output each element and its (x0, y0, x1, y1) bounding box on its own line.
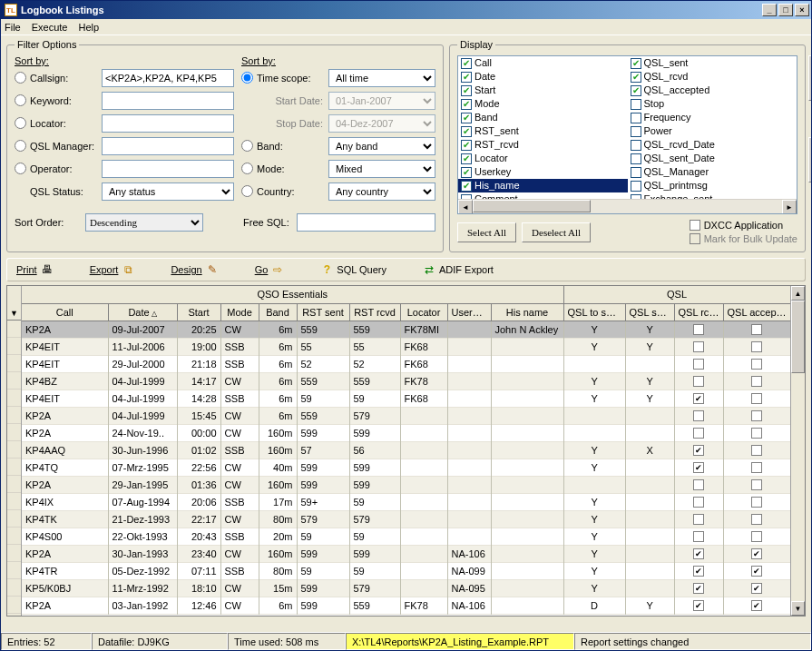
checkbox-icon[interactable]: ✔ (461, 126, 472, 137)
group-header-qsl[interactable]: QSL (563, 286, 790, 303)
checkbox-icon[interactable]: ✔ (461, 85, 472, 96)
display-item-frequency[interactable]: Frequency (628, 111, 797, 124)
checkbox-icon[interactable] (631, 140, 641, 151)
freesql-input[interactable] (297, 213, 435, 232)
col-header-userkey[interactable]: Userkey (447, 303, 491, 321)
col-header-locator[interactable]: Locator (400, 303, 447, 321)
grid-checkbox[interactable] (693, 479, 704, 490)
display-down-icon[interactable]: ▼ (808, 137, 812, 182)
mode-select[interactable]: Mixed (328, 160, 435, 178)
col-header-band[interactable]: Band (259, 303, 297, 321)
qslstatus-select[interactable]: Any status (102, 182, 234, 201)
display-item-qsl_printmsg[interactable]: QSL_printmsg (628, 179, 797, 192)
col-header-call[interactable]: Call (22, 303, 108, 321)
col-header-rst-rcvd[interactable]: RST rcvd (349, 303, 400, 321)
radio-callsign[interactable]: Callsign: (15, 72, 102, 84)
export-button[interactable]: Export (90, 263, 135, 276)
checkbox-icon[interactable]: ✔ (461, 99, 472, 110)
display-item-qsl_sent[interactable]: ✔QSL_sent (628, 56, 797, 70)
qslmanager-input[interactable] (102, 137, 234, 155)
selectall-button[interactable]: Select All (457, 222, 516, 242)
checkbox-icon[interactable]: ✔ (461, 58, 472, 69)
grid-checkbox[interactable] (751, 566, 762, 577)
table-row[interactable]: KP2A29-Jan-199501:36CW160m599599 (22, 476, 790, 493)
band-select[interactable]: Any band (328, 137, 435, 155)
checkbox-icon[interactable] (631, 113, 641, 123)
menu-help[interactable]: Help (78, 22, 99, 33)
radio-timescope[interactable]: Time scope: (241, 72, 328, 84)
radio-qslmanager[interactable]: QSL Manager: (15, 140, 102, 152)
scroll-down-icon[interactable]: ▼ (791, 601, 805, 616)
timescope-select[interactable]: All time (328, 69, 435, 87)
checkbox-icon[interactable]: ✔ (461, 72, 472, 83)
display-item-stop[interactable]: Stop (628, 97, 797, 111)
table-row[interactable]: KP2A04-Jul-199915:45CW6m559579 (22, 407, 790, 424)
table-row[interactable]: KP2A24-Nov-19..00:00CW160m599599 (22, 424, 790, 441)
grid-checkbox[interactable] (751, 548, 762, 559)
grid-checkbox[interactable] (693, 462, 704, 473)
grid-checkbox[interactable] (693, 324, 704, 335)
table-row[interactable]: KP4BZ04-Jul-199914:17CW6m559559FK78YY (22, 372, 790, 390)
col-header-rst-sent[interactable]: RST sent (297, 303, 349, 321)
grid-checkbox[interactable] (751, 583, 762, 594)
col-header-mode[interactable]: Mode (220, 303, 259, 321)
checkbox-icon[interactable] (631, 126, 641, 137)
table-row[interactable]: KP5/K0BJ11-Mrz-199218:10CW15m599579NA-09… (22, 579, 790, 597)
deselectall-button[interactable]: Deselect All (522, 222, 591, 242)
table-row[interactable]: KP4S0022-Okt-199320:43SSB20m5959Y (22, 528, 790, 545)
keyword-input[interactable] (102, 92, 234, 110)
display-item-qsl_rcvd_date[interactable]: QSL_rcvd_Date (628, 138, 797, 152)
grid-corner-menu-icon[interactable]: ▼ (7, 286, 21, 321)
col-header-start[interactable]: Start (177, 303, 220, 321)
sortorder-select[interactable]: Descending (85, 213, 203, 232)
grid-checkbox[interactable] (751, 393, 762, 404)
menu-file[interactable]: File (5, 22, 21, 33)
scroll-left-icon[interactable]: ◄ (458, 200, 473, 214)
table-row[interactable]: KP2A03-Jan-199212:46CW6m599559FK78NA-106… (22, 597, 790, 614)
adifexport-button[interactable]: ADIF Export (423, 263, 494, 276)
grid-checkbox[interactable] (693, 359, 704, 370)
minimize-button[interactable]: _ (762, 4, 777, 16)
close-button[interactable]: × (795, 4, 809, 16)
scroll-right-icon[interactable]: ► (782, 200, 797, 214)
results-grid[interactable]: ▼ QSO Essentials QSL CallDate△StartModeB… (6, 285, 806, 616)
radio-operator[interactable]: Operator: (15, 163, 102, 174)
grid-checkbox[interactable] (751, 428, 762, 439)
display-item-rst_rcvd[interactable]: ✔RST_rcvd (458, 138, 628, 152)
dxcc-checkbox[interactable]: DXCC Application (690, 220, 797, 231)
table-row[interactable]: KP4AAQ30-Jun-199601:02SSB160m5756YX (22, 441, 790, 459)
country-select[interactable]: Any country (328, 182, 435, 201)
radio-band[interactable]: Band: (241, 140, 328, 152)
scroll-up-icon[interactable]: ▲ (791, 286, 805, 301)
display-item-date[interactable]: ✔Date (458, 70, 628, 84)
col-header-qsl-sent[interactable]: QSL sent (625, 303, 674, 321)
display-up-icon[interactable]: ▲ (808, 55, 812, 101)
display-item-start[interactable]: ✔Start (458, 84, 628, 97)
grid-checkbox[interactable] (693, 566, 704, 577)
grid-checkbox[interactable] (693, 531, 704, 542)
col-header-qsl-accepted[interactable]: QSL accepted (723, 303, 790, 321)
checkbox-icon[interactable]: ✔ (461, 167, 472, 178)
checkbox-icon[interactable] (631, 181, 641, 192)
operator-input[interactable] (102, 160, 234, 178)
radio-keyword[interactable]: Keyword: (15, 94, 102, 106)
grid-checkbox[interactable] (693, 548, 704, 559)
display-item-qsl_accepted[interactable]: ✔QSL_accepted (628, 84, 797, 97)
print-button[interactable]: Print (16, 263, 54, 276)
grid-checkbox[interactable] (751, 462, 762, 473)
display-item-locator[interactable]: ✔Locator (458, 152, 628, 165)
display-item-qsl_manager[interactable]: QSL_Manager (628, 165, 797, 179)
grid-checkbox[interactable] (751, 479, 762, 490)
grid-checkbox[interactable] (693, 600, 704, 611)
grid-checkbox[interactable] (751, 359, 762, 370)
grid-checkbox[interactable] (751, 445, 762, 456)
grid-checkbox[interactable] (693, 445, 704, 456)
checkbox-icon[interactable]: ✔ (631, 58, 641, 69)
grid-checkbox[interactable] (693, 428, 704, 439)
table-row[interactable]: KP4TR05-Dez-199207:11SSB80m5959NA-099Y (22, 562, 790, 579)
table-row[interactable]: KP4TK21-Dez-199322:17CW80m579579Y (22, 510, 790, 528)
checkbox-icon[interactable] (631, 99, 641, 110)
display-item-mode[interactable]: ✔Mode (458, 97, 628, 111)
table-row[interactable]: KP4EIT11-Jul-200619:00SSB6m5555FK68YY (22, 338, 790, 355)
radio-country[interactable]: Country: (241, 185, 328, 197)
